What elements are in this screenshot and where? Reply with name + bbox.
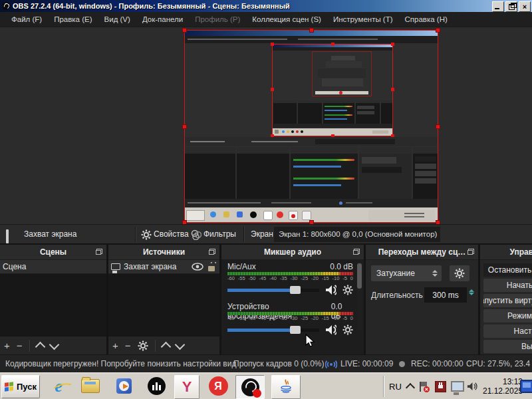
speaker-icon[interactable]: [325, 285, 336, 295]
menu-tools[interactable]: Инструменты (Т): [327, 15, 399, 23]
transitions-dock: Переходы между сц… Затухание Длительност…: [366, 245, 478, 354]
menu-docks[interactable]: Док-панели: [136, 15, 189, 23]
studio-mode-button[interactable]: Режим студии: [483, 309, 532, 323]
red-plug-tray-icon[interactable]: [435, 373, 446, 399]
mouse-cursor: [305, 334, 315, 348]
file-explorer-icon[interactable]: [80, 375, 101, 397]
popout-icon[interactable]: [96, 249, 102, 255]
meter-tick-label: -35: [280, 315, 287, 322]
add-scene-button[interactable]: +: [4, 340, 10, 350]
security-alert-icon[interactable]: ✕: [419, 373, 428, 399]
live-timer: LIVE: 00:00:09: [340, 355, 393, 373]
move-source-down-button[interactable]: [174, 340, 185, 350]
dropped-frames: Пропуск кадров 0 (0.0%): [233, 355, 325, 373]
volume-tray-icon[interactable]: [467, 373, 477, 399]
volume-slider[interactable]: [227, 329, 319, 332]
display-tray-icon[interactable]: [520, 380, 532, 393]
menu-file[interactable]: Файл (F): [5, 15, 48, 23]
filters-button[interactable]: Фильтры: [203, 225, 236, 244]
display-select[interactable]: Экран 1: 532x399 @ 0,0 (Основной монитор…: [274, 227, 440, 242]
yandex-browser-icon[interactable]: Y: [174, 375, 200, 399]
menu-scene-collection[interactable]: Коллекция сцен (S): [246, 15, 327, 23]
window-titlebar[interactable]: OBS 27.2.4 (64-bit, windows) - Профиль: …: [0, 0, 532, 12]
black-circle-app-icon[interactable]: [146, 375, 167, 397]
selection-handle[interactable]: [182, 124, 187, 129]
menu-view[interactable]: Вид (V): [98, 15, 136, 23]
duration-value: 300 ms: [432, 291, 458, 300]
start-recording-button[interactable]: Начать запись: [483, 279, 532, 292]
start-button[interactable]: Пуск: [1, 375, 40, 398]
source-list-item[interactable]: Захват экрана: [108, 260, 219, 274]
selection-handle[interactable]: [182, 28, 187, 33]
spinbox-arrows-icon[interactable]: [469, 289, 474, 295]
duration-spinbox[interactable]: 300 ms: [424, 287, 467, 303]
selection-handle[interactable]: [436, 28, 440, 33]
scenes-dock-header[interactable]: Сцены: [0, 245, 106, 260]
transition-select[interactable]: Затухание: [371, 265, 442, 281]
lock-open-icon[interactable]: [207, 262, 217, 272]
tray-separator: [383, 376, 384, 397]
rec-dot-icon: [399, 361, 405, 367]
properties-button[interactable]: Свойства: [154, 225, 189, 244]
menu-profile[interactable]: Профиль (Р): [189, 15, 246, 23]
stop-streaming-button[interactable]: Остановить трансляцию: [483, 263, 532, 277]
close-button[interactable]: ×: [519, 1, 531, 12]
selection-handle[interactable]: [309, 28, 314, 33]
remove-source-button[interactable]: −: [125, 340, 131, 350]
media-player-icon[interactable]: [113, 375, 134, 397]
exit-button[interactable]: Выход: [483, 340, 532, 353]
mixer-scrollbar[interactable]: [357, 262, 362, 331]
recording-dot-icon: [253, 389, 261, 398]
channel-gear-icon[interactable]: [342, 325, 353, 335]
menubar: Файл (F) Правка (Е) Вид (V) Док-панели П…: [0, 12, 532, 27]
remove-scene-button[interactable]: −: [17, 340, 23, 350]
meter-tick-label: -5: [342, 315, 347, 322]
meter-tick-label: -50: [249, 315, 256, 322]
clock[interactable]: 13:13 21.12.2025: [483, 377, 523, 399]
obs-taskbar-icon[interactable]: [235, 375, 265, 399]
meter-tick-label: -15: [322, 315, 329, 322]
start-virtual-camera-button[interactable]: Запустить виртуальную камеру: [483, 294, 532, 307]
yandex-ya-icon[interactable]: Я: [207, 375, 229, 397]
channel-gear-icon[interactable]: [342, 285, 353, 295]
move-scene-down-button[interactable]: [49, 340, 59, 350]
add-source-button[interactable]: +: [112, 340, 118, 350]
scene-list-item[interactable]: Сцена: [0, 260, 106, 274]
mixer-scrollbar-thumb[interactable]: [357, 263, 362, 289]
java-icon[interactable]: [271, 375, 301, 399]
move-scene-up-button[interactable]: [35, 342, 45, 352]
settings-button[interactable]: Настройки: [483, 325, 532, 338]
scene-name: Сцена: [3, 262, 26, 271]
menu-help[interactable]: Справка (Н): [399, 15, 454, 23]
meter-tick-label: -15: [322, 275, 329, 282]
menu-edit[interactable]: Правка (Е): [48, 15, 98, 23]
move-source-up-button[interactable]: [160, 342, 171, 352]
popout-icon[interactable]: [467, 249, 474, 255]
volume-slider-handle[interactable]: [290, 326, 301, 334]
rec-timer: REC: 00:00:00: [411, 355, 464, 373]
network-pc-icon[interactable]: [451, 373, 464, 399]
restore-button[interactable]: [505, 1, 517, 12]
selection-handle[interactable]: [436, 124, 440, 129]
transitions-dock-header[interactable]: Переходы между сц…: [366, 245, 478, 260]
tray-chevron-icon[interactable]: [407, 373, 414, 399]
source-properties-gear-icon[interactable]: [138, 340, 148, 351]
meter-tick-label: 0: [350, 315, 353, 322]
popout-icon[interactable]: [353, 249, 360, 255]
close-icon: ×: [523, 3, 527, 11]
language-indicator[interactable]: RU: [389, 373, 402, 399]
controls-dock-header[interactable]: Управление: [480, 245, 532, 260]
internet-explorer-icon[interactable]: e: [48, 375, 69, 397]
volume-slider-handle[interactable]: [290, 286, 301, 294]
obs-logo-icon: [2, 2, 10, 10]
transition-gear-button[interactable]: [450, 265, 469, 281]
volume-slider[interactable]: [227, 289, 319, 292]
mixer-dock-header[interactable]: Микшер аудио: [221, 245, 364, 260]
speaker-icon[interactable]: [325, 325, 336, 335]
minimize-icon: [495, 8, 499, 9]
popout-icon[interactable]: [209, 249, 215, 255]
eye-icon[interactable]: [192, 263, 203, 271]
preview-canvas[interactable]: [185, 31, 438, 222]
minimize-button[interactable]: [492, 1, 504, 12]
sources-dock-header[interactable]: Источники: [108, 245, 219, 260]
